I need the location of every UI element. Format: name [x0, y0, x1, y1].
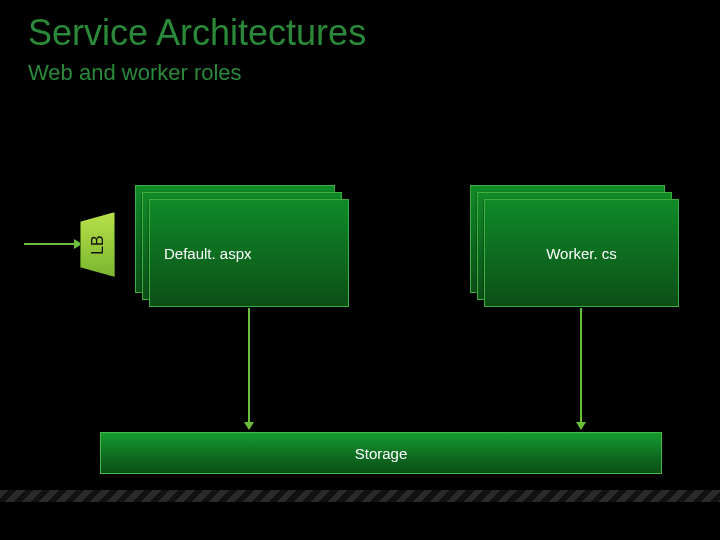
web-role-instance-front: Default. aspx: [149, 199, 349, 307]
arrow-web-to-storage: [248, 308, 250, 428]
storage-label: Storage: [355, 445, 408, 462]
arrow-worker-to-storage: [580, 308, 582, 428]
page-title: Service Architectures: [0, 0, 720, 54]
load-balancer-label: LB: [88, 235, 106, 255]
web-role-stack: Default. aspx: [135, 185, 345, 305]
worker-role-label: Worker. cs: [546, 245, 617, 262]
arrow-into-lb: [24, 243, 80, 245]
page-subtitle: Web and worker roles: [0, 54, 720, 86]
storage-box: Storage: [100, 432, 662, 474]
worker-role-stack: Worker. cs: [470, 185, 675, 305]
load-balancer: LB: [80, 212, 115, 277]
worker-role-instance-front: Worker. cs: [484, 199, 679, 307]
web-role-label: Default. aspx: [164, 245, 252, 262]
footer-divider: [0, 490, 720, 502]
